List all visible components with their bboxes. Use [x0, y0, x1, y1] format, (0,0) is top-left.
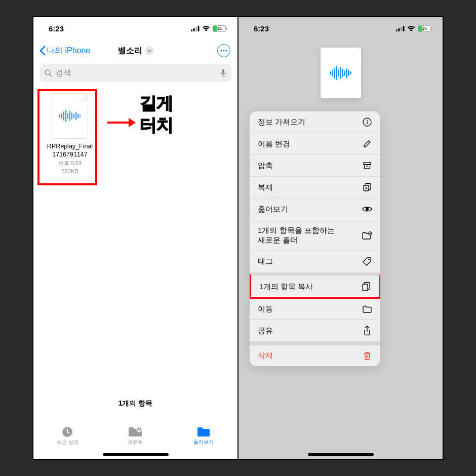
context-menu: 정보 가져오기 이름 변경 압축 복제 훑어보기: [250, 111, 380, 366]
mic-icon[interactable]: [220, 69, 226, 77]
folder-icon: [196, 426, 211, 438]
battery-icon: 35: [418, 25, 432, 32]
svg-point-29: [366, 208, 369, 211]
eye-icon: [362, 206, 372, 213]
tab-browse[interactable]: 둘러보기: [170, 426, 237, 446]
annotation-text: 길게터치: [140, 92, 173, 135]
menu-get-info[interactable]: 정보 가져오기: [250, 111, 380, 133]
item-count: 1개의 항목: [33, 399, 237, 408]
annotation-arrow: [106, 111, 137, 132]
share-icon: [362, 326, 372, 336]
shared-folder-icon: [128, 426, 143, 438]
home-indicator[interactable]: [308, 453, 374, 456]
svg-rect-9: [222, 69, 224, 73]
svg-rect-0: [191, 29, 192, 31]
menu-rename[interactable]: 이름 변경: [250, 133, 380, 155]
tab-shared[interactable]: 공유됨: [101, 426, 169, 446]
svg-rect-19: [403, 26, 405, 31]
menu-compress[interactable]: 압축: [250, 155, 380, 177]
more-button[interactable]: [217, 44, 230, 57]
svg-point-21: [367, 120, 368, 121]
battery-icon: 35: [213, 25, 227, 32]
menu-delete[interactable]: 삭제: [250, 342, 380, 366]
menu-move[interactable]: 이동: [250, 298, 380, 320]
status-time: 6:23: [254, 24, 269, 33]
svg-line-8: [50, 74, 52, 76]
svg-rect-17: [399, 28, 400, 31]
tag-icon: [362, 257, 372, 266]
tab-recent[interactable]: 최근 항목: [33, 426, 101, 446]
status-bar: 6:23 35: [239, 17, 443, 39]
pencil-icon: [362, 140, 372, 148]
file-item[interactable]: RPReplay_Final1716791147 오후 5:53 372KB: [45, 93, 95, 174]
archive-icon: [362, 162, 372, 170]
info-icon: [362, 117, 372, 127]
svg-point-33: [368, 259, 370, 260]
svg-point-6: [225, 50, 227, 51]
status-bar: 6:23 35: [33, 17, 237, 39]
file-time: 오후 5:53: [45, 160, 95, 167]
tab-bar: 최근 항목 공유됨 둘러보기: [33, 420, 237, 449]
menu-new-folder[interactable]: 1개의 항목을 포함하는 새로운 폴더: [250, 220, 380, 251]
svg-rect-24: [365, 165, 370, 169]
clock-icon: [61, 426, 74, 438]
nav-bar: 나의 iPhone 벨소리: [33, 39, 237, 62]
svg-rect-2: [195, 27, 197, 31]
menu-copy[interactable]: 1개의 항목 복사: [250, 272, 380, 299]
svg-rect-34: [363, 284, 368, 291]
trash-icon: [362, 351, 372, 361]
wifi-icon: [202, 25, 210, 31]
chevron-down-icon: [145, 47, 153, 55]
cellular-icon: [396, 26, 405, 31]
search-icon: [45, 69, 52, 77]
menu-duplicate[interactable]: 복제: [250, 177, 380, 199]
nav-title[interactable]: 벨소리: [118, 46, 153, 56]
svg-point-4: [220, 50, 222, 51]
copy-docs-icon: [361, 282, 371, 292]
svg-rect-18: [401, 27, 402, 31]
new-folder-icon: [362, 231, 372, 240]
wifi-icon: [407, 25, 415, 31]
svg-rect-1: [193, 28, 195, 31]
status-time: 6:23: [49, 24, 64, 33]
search-placeholder: 검색: [55, 68, 217, 78]
audio-file-icon[interactable]: [321, 48, 361, 98]
svg-point-5: [223, 50, 224, 51]
cellular-icon: [191, 26, 200, 31]
menu-quick-look[interactable]: 훑어보기: [250, 199, 380, 220]
back-button[interactable]: 나의 iPhone: [39, 46, 90, 56]
file-name: RPReplay_Final1716791147: [45, 143, 95, 158]
svg-rect-16: [396, 29, 398, 31]
folder-icon: [362, 305, 372, 313]
back-label: 나의 iPhone: [47, 46, 90, 56]
duplicate-icon: [362, 183, 372, 192]
home-indicator[interactable]: [103, 453, 169, 456]
search-input[interactable]: 검색: [39, 64, 231, 82]
audio-file-icon: [52, 93, 88, 139]
file-size: 372KB: [45, 168, 95, 174]
svg-rect-3: [198, 26, 200, 31]
menu-share[interactable]: 공유: [250, 320, 380, 342]
svg-point-15: [139, 428, 140, 429]
menu-tags[interactable]: 태그: [250, 251, 380, 273]
